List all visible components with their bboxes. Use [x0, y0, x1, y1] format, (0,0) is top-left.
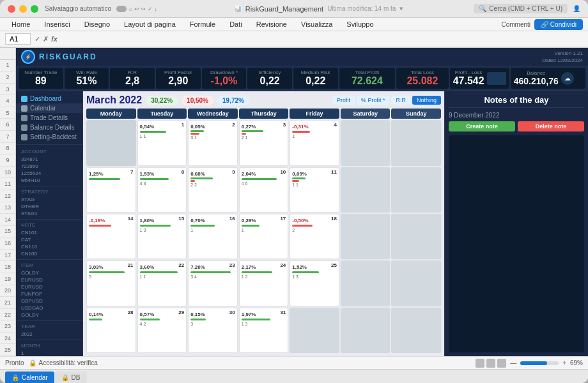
- cal-cell-day-23[interactable]: 7,20% 23 3 4: [188, 260, 238, 306]
- filter-rr[interactable]: R:R: [391, 96, 410, 105]
- sidebar-item-trade[interactable]: Trade Details: [16, 113, 82, 123]
- cal-cell-day-3[interactable]: 0,27% 3 2 1: [239, 120, 289, 165]
- cal-cell-day-24[interactable]: 2,17% 24 1 2: [239, 260, 289, 306]
- cell-ref[interactable]: A1: [5, 33, 31, 45]
- filter-pct-profit[interactable]: % Profit *: [357, 96, 390, 105]
- minimize-button[interactable]: [19, 5, 27, 13]
- cal-cell-day-1[interactable]: 0,54% 1 1 1: [137, 120, 187, 165]
- cal-cell-day-28[interactable]: 0,14% 28: [86, 308, 136, 353]
- close-button[interactable]: [8, 5, 15, 13]
- tab-dati[interactable]: Dati: [223, 18, 249, 31]
- cal-cell-day-10[interactable]: 2,04% 10 4 6: [239, 167, 289, 213]
- cal-cell-day-30[interactable]: 0,15% 30 3: [188, 308, 238, 353]
- maximize-button[interactable]: [31, 5, 38, 13]
- fx-icon[interactable]: fx: [51, 35, 58, 43]
- note-item-4[interactable]: CN100: [16, 250, 82, 257]
- filter-profit[interactable]: Profit: [332, 96, 355, 105]
- zoom-plus[interactable]: +: [562, 359, 566, 366]
- cal-cell-day-18[interactable]: -0,50% 18 2: [290, 214, 339, 259]
- logo-circle: ⚡: [21, 50, 35, 64]
- note-item-3[interactable]: CN110: [16, 243, 82, 250]
- bar-green-9: [190, 177, 213, 179]
- sidebar-item-calendar[interactable]: Calendar: [16, 103, 82, 113]
- cal-cell-day-16[interactable]: 0,70% 16 1: [188, 214, 238, 259]
- account-item-3[interactable]: 1255624: [16, 170, 82, 177]
- traffic-lights: [8, 5, 38, 13]
- cal-cell-day-25[interactable]: 1,52% 25 1 3: [290, 260, 339, 306]
- create-note-button[interactable]: Create note: [449, 121, 515, 131]
- tab-visualizza[interactable]: Visualizza: [295, 18, 339, 31]
- cal-cell-sat-4: [341, 260, 391, 306]
- item-6[interactable]: USDGAD: [16, 304, 82, 312]
- bar-red-18: [292, 225, 312, 227]
- tab-inserisci[interactable]: Inserisci: [38, 18, 76, 31]
- cal-cell-day-31[interactable]: 1,97% 31 1 3: [239, 308, 289, 353]
- cal-cell-day-29[interactable]: 0,57% 29 4 2: [137, 308, 187, 353]
- condividi-button[interactable]: 🔗 Condividi: [534, 19, 583, 30]
- filter-nothing[interactable]: Nothing: [412, 96, 441, 105]
- sidebar-item-dashboard[interactable]: Dashboard: [16, 94, 82, 103]
- sidebar-item-balance[interactable]: Balance Details: [16, 123, 82, 132]
- cal-cell-day-4[interactable]: -0,31% 4 1: [290, 120, 339, 165]
- sheet-tab-db[interactable]: 🔒 DB: [55, 372, 87, 383]
- year-item-1[interactable]: 2022: [16, 331, 82, 338]
- tab-formule[interactable]: Formule: [183, 18, 222, 31]
- zoom-minus[interactable]: —: [510, 359, 516, 366]
- cal-cell-day-9[interactable]: 0,68% 9 2 2: [188, 167, 238, 213]
- item-4[interactable]: FUNPOP: [16, 290, 82, 297]
- search-bar[interactable]: 🔍 Cerca (CMD + CTRL + U): [474, 4, 568, 13]
- account-item-1[interactable]: 334871: [16, 156, 82, 163]
- strategy-item-1[interactable]: STAG: [16, 196, 82, 203]
- strategy-item-2[interactable]: OTHER: [16, 203, 82, 210]
- tab-home[interactable]: Home: [5, 18, 36, 31]
- note-item-2[interactable]: CAT: [16, 236, 82, 243]
- status-bar: Pronto 🔒 Accessibilità: verifica — + 69%: [0, 356, 588, 369]
- cal-cell-day-14[interactable]: -0,19% 14: [86, 214, 136, 259]
- cal-cell-day-2[interactable]: 0,05% 2 3 1: [188, 120, 238, 165]
- cal-cell-day-11[interactable]: 0,09% 11 1 1: [290, 167, 339, 213]
- item-2[interactable]: EURUSD: [16, 276, 82, 283]
- page-view-icon[interactable]: [486, 359, 495, 368]
- bar-green-8: [140, 178, 169, 180]
- cal-cell-day-17[interactable]: 0,29% 17 1: [239, 214, 289, 259]
- cal-cell-day-22[interactable]: 3,60% 22 1 1: [137, 260, 187, 306]
- item-1[interactable]: GOLDY: [16, 269, 82, 276]
- strategy-item-3[interactable]: STAG1: [16, 210, 82, 217]
- day-header-fri: Friday: [290, 109, 339, 119]
- item-3[interactable]: EURUSD: [16, 283, 82, 290]
- calendar-area: March 2022 30,22% 10,50% 19,72% Profit %…: [83, 91, 444, 356]
- cal-cell-day-8[interactable]: 1,53% 8 4 3: [137, 167, 187, 213]
- stat-rr: R:R 2,8: [110, 68, 155, 89]
- commenti-button[interactable]: Commenti: [502, 21, 531, 28]
- cal-cell-day-15[interactable]: 1,80% 15 1 3: [137, 214, 187, 259]
- cross-icon[interactable]: ✗: [43, 35, 49, 43]
- bar-green-25: [292, 271, 319, 273]
- bar-green-22: [140, 271, 178, 273]
- stat-pill-green: 30,22%: [146, 96, 178, 105]
- delete-note-button[interactable]: Delete note: [518, 121, 584, 131]
- sidebar-item-settings[interactable]: Setting-Backtest: [16, 132, 82, 142]
- tab-sviluppo[interactable]: Sviluppo: [340, 18, 380, 31]
- checkmark-icon[interactable]: ✓: [35, 35, 40, 43]
- zoom-slider[interactable]: [520, 361, 559, 365]
- item-5[interactable]: GBPUSD: [16, 297, 82, 304]
- tab-layout[interactable]: Layout di pagina: [118, 18, 182, 31]
- item-7[interactable]: GOLDY: [16, 312, 82, 319]
- tab-revisione[interactable]: Revisione: [250, 18, 293, 31]
- bar-green-2: [190, 130, 204, 132]
- row-3: 3: [0, 84, 15, 96]
- tab-disegno[interactable]: Disegno: [78, 18, 116, 31]
- sheet-tab-calendar[interactable]: 🔒 Calendar: [5, 372, 54, 383]
- notes-content-area: [449, 135, 584, 352]
- month-item-1[interactable]: 1: [16, 350, 82, 356]
- grid-view-icon[interactable]: [476, 359, 484, 368]
- cal-cell-sat-2: [341, 167, 391, 213]
- stat-profit-factor: Profit Factor 2,90: [156, 68, 201, 89]
- cal-cell-day-21[interactable]: 3,03% 21 5: [86, 260, 136, 306]
- layout-view-icon[interactable]: [497, 359, 506, 368]
- account-item-2[interactable]: 723960: [16, 163, 82, 170]
- cal-cell-day-7[interactable]: 1,25% 7: [86, 167, 136, 213]
- autosave-toggle[interactable]: [116, 6, 127, 12]
- account-item-4[interactable]: w64H10: [16, 177, 82, 184]
- note-item-1[interactable]: CN101: [16, 229, 82, 236]
